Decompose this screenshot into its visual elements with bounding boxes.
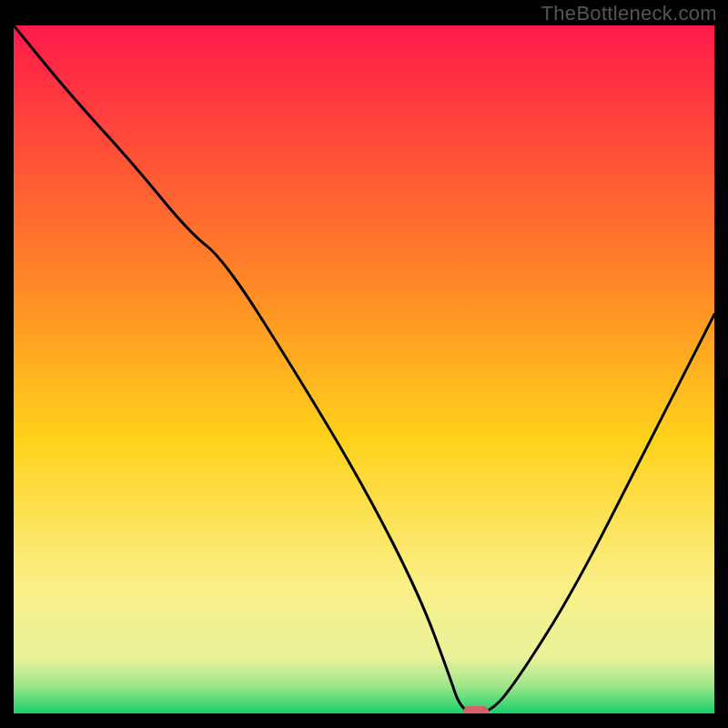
plot-area	[14, 25, 714, 713]
optimal-marker	[463, 706, 489, 713]
watermark-text: TheBottleneck.com	[541, 2, 717, 25]
bottleneck-chart	[14, 25, 714, 713]
chart-frame: TheBottleneck.com	[0, 0, 728, 728]
gradient-background	[14, 25, 714, 713]
